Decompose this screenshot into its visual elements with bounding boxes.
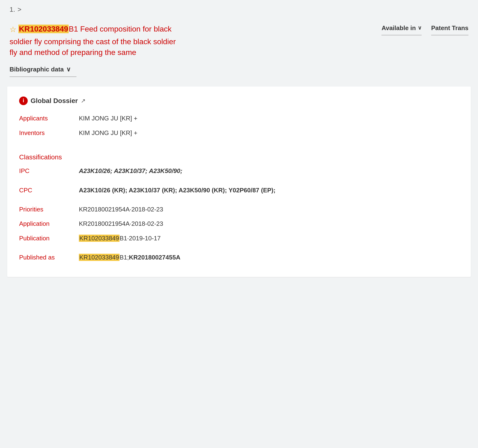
header-section: ☆ KR102033849B1 Feed composition for bla… — [0, 19, 478, 65]
priorities-row: Priorities KR20180021954A·2018-02-23 — [19, 205, 459, 214]
inventors-label: Inventors — [19, 129, 79, 137]
biblio-label: Bibliographic data — [10, 65, 64, 74]
available-in-chevron-icon: ∨ — [418, 24, 421, 32]
top-navigation: 1. > — [0, 0, 478, 19]
info-icon: i — [19, 97, 28, 105]
applicants-value: KIM JONG JU [KR] + — [79, 114, 138, 123]
external-link-icon[interactable]: ↗ — [81, 97, 86, 105]
inventors-row: Inventors KIM JONG JU [KR] + — [19, 129, 459, 137]
ipc-label: IPC — [19, 167, 79, 175]
classifications-heading: Classifications — [19, 152, 459, 162]
global-dossier-row: i Global Dossier ↗ — [19, 96, 459, 105]
published-as-bold: KR20180027455A — [129, 254, 180, 261]
application-label: Application — [19, 219, 79, 228]
available-in-label: Available in — [381, 24, 416, 32]
patent-title-inline: Feed composition for black — [78, 25, 172, 33]
ipc-row: IPC A23K10/26; A23K10/37; A23K50/90; — [19, 167, 459, 175]
published-as-row: Published as KR102033849B1;KR20180027455… — [19, 253, 459, 262]
application-value: KR20180021954A·2018-02-23 — [79, 219, 163, 228]
patent-title-line: ☆ KR102033849B1 Feed composition for bla… — [10, 24, 372, 35]
patent-trans-label: Patent Trans — [431, 24, 468, 31]
publication-row: Publication KR102033849B1·2019-10-17 — [19, 234, 459, 243]
main-content-card: i Global Dossier ↗ Applicants KIM JONG J… — [7, 87, 471, 277]
applicants-label: Applicants — [19, 114, 79, 123]
bibliographic-section: Bibliographic data ∨ — [0, 65, 478, 82]
published-as-value: KR102033849B1;KR20180027455A — [79, 253, 180, 262]
application-row: Application KR20180021954A·2018-02-23 — [19, 219, 459, 228]
title-area: ☆ KR102033849B1 Feed composition for bla… — [10, 24, 372, 58]
bibliographic-data-button[interactable]: Bibliographic data ∨ — [10, 65, 76, 77]
priorities-label: Priorities — [19, 205, 79, 214]
nav-arrow-icon[interactable]: > — [18, 5, 21, 14]
header-right-actions: Available in ∨ Patent Trans — [381, 24, 468, 35]
biblio-chevron-icon: ∨ — [66, 65, 71, 74]
patent-translate-button[interactable]: Patent Trans — [431, 24, 468, 35]
published-as-label: Published as — [19, 253, 79, 262]
publication-label: Publication — [19, 234, 79, 243]
ipc-value: A23K10/26; A23K10/37; A23K50/90; — [79, 167, 182, 175]
cpc-row: CPC A23K10/26 (KR); A23K10/37 (KR); A23K… — [19, 186, 459, 194]
publication-suffix: B1·2019-10-17 — [120, 235, 161, 242]
cpc-value: A23K10/26 (KR); A23K10/37 (KR); A23K50/9… — [79, 186, 276, 194]
patent-id-highlight[interactable]: KR102033849 — [19, 25, 69, 33]
result-number: 1. — [10, 5, 15, 14]
favorite-star-icon[interactable]: ☆ — [10, 24, 17, 35]
global-dossier-label: Global Dossier — [31, 96, 78, 105]
priorities-value: KR20180021954A·2018-02-23 — [79, 205, 163, 214]
publication-value: KR102033849B1·2019-10-17 — [79, 234, 161, 243]
published-as-suffix: B1; — [120, 254, 129, 261]
patent-suffix: B1 — [69, 25, 78, 33]
publication-id-highlight: KR102033849 — [79, 235, 120, 242]
applicants-row: Applicants KIM JONG JU [KR] + — [19, 114, 459, 123]
cpc-label: CPC — [19, 186, 79, 194]
inventors-value: KIM JONG JU [KR] + — [79, 129, 138, 137]
published-as-highlight: KR102033849 — [79, 254, 120, 261]
patent-title-full: soldier fly comprising the cast of the b… — [10, 36, 372, 58]
available-in-button[interactable]: Available in ∨ — [381, 24, 421, 35]
